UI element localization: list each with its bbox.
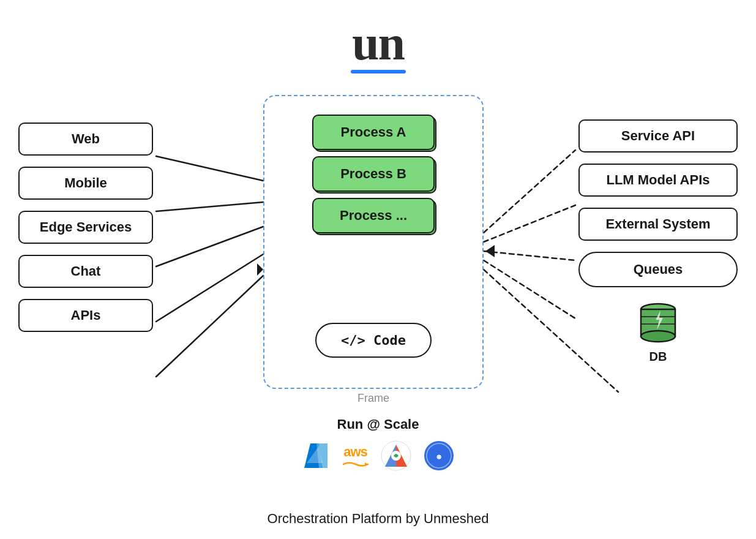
source-web: Web bbox=[18, 123, 153, 156]
svg-line-2 bbox=[156, 227, 263, 266]
service-api-box: Service API bbox=[578, 119, 738, 153]
svg-line-0 bbox=[156, 156, 263, 181]
source-mobile: Mobile bbox=[18, 167, 153, 200]
svg-text:⎈: ⎈ bbox=[436, 452, 442, 461]
gcp-logo-icon bbox=[380, 440, 412, 472]
svg-marker-5 bbox=[257, 263, 263, 276]
kubernetes-logo-icon: ⎈ bbox=[423, 440, 455, 472]
svg-line-9 bbox=[484, 260, 575, 318]
svg-line-6 bbox=[484, 150, 575, 233]
diagram-container: un Web Mob bbox=[0, 0, 756, 539]
svg-marker-11 bbox=[485, 245, 495, 257]
right-column: Service API LLM Model APIs External Syst… bbox=[578, 119, 738, 364]
svg-line-3 bbox=[156, 254, 263, 322]
bottom-caption: Orchestration Platform by Unmeshed bbox=[268, 511, 489, 527]
frame-label: Frame bbox=[357, 392, 389, 405]
logo-underline bbox=[351, 70, 406, 74]
queues-oval: Queues bbox=[578, 252, 738, 287]
cloud-logos: aws ⎈ bbox=[302, 440, 455, 472]
left-column: Web Mobile Edge Services Chat APIs bbox=[18, 123, 153, 332]
external-system-box: External System bbox=[578, 208, 738, 241]
logo-text: un bbox=[352, 18, 404, 67]
svg-line-1 bbox=[156, 202, 263, 211]
center-frame: Frame Process A Process B Process ... </… bbox=[263, 95, 484, 389]
llm-model-apis-box: LLM Model APIs bbox=[578, 164, 738, 197]
source-edge-services: Edge Services bbox=[18, 211, 153, 244]
azure-logo-icon bbox=[302, 441, 331, 470]
source-chat: Chat bbox=[18, 255, 153, 288]
run-scale-section: Run @ Scale aws bbox=[302, 417, 455, 472]
svg-line-7 bbox=[484, 205, 575, 242]
db-icon bbox=[634, 298, 683, 347]
process-a: Process A bbox=[312, 115, 435, 150]
aws-logo-icon: aws bbox=[342, 444, 369, 467]
source-apis: APIs bbox=[18, 299, 153, 332]
svg-point-23 bbox=[641, 331, 675, 342]
svg-line-4 bbox=[156, 276, 263, 377]
code-oval: </> Code bbox=[315, 323, 432, 358]
process-container: Process A Process B Process ... bbox=[312, 115, 435, 233]
logo-section: un bbox=[351, 18, 406, 74]
db-container: DB bbox=[578, 298, 738, 364]
run-scale-text: Run @ Scale bbox=[337, 417, 419, 432]
process-c: Process ... bbox=[312, 198, 435, 233]
db-label: DB bbox=[649, 350, 667, 364]
svg-line-8 bbox=[484, 251, 575, 260]
process-b: Process B bbox=[312, 156, 435, 192]
